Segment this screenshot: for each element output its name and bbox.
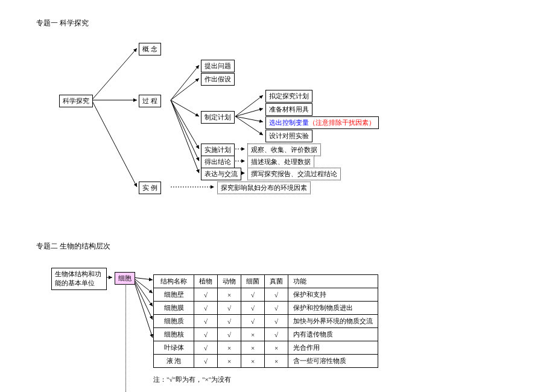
- svg-line-21: [133, 277, 153, 320]
- step-question: 提出问题: [201, 60, 235, 72]
- th-plant: 植物: [194, 275, 218, 288]
- structure-unit-box: 生物体结构和功能的基本单位: [51, 268, 107, 290]
- table-row: 细胞膜√√√√保护和控制物质进出: [154, 302, 378, 315]
- table-row: 细胞质√√√√加快与外界环境的物质交流: [154, 315, 378, 328]
- svg-line-6: [171, 100, 199, 149]
- topic-1-title: 专题一 科学探究: [36, 18, 89, 28]
- svg-line-19: [133, 277, 153, 293]
- th-name: 结构名称: [154, 275, 194, 288]
- table-row: 细胞壁√×√√保护和支持: [154, 288, 378, 302]
- svg-line-11: [235, 116, 263, 122]
- svg-line-10: [235, 109, 263, 116]
- plan-variables-main: 选出控制变量: [269, 119, 309, 126]
- branch-example: 实 例: [139, 182, 161, 194]
- th-fungi: 真菌: [265, 275, 288, 288]
- root-node: 科学探究: [59, 95, 93, 107]
- conclude-detail: 描述现象、处理数据: [247, 156, 314, 168]
- plan-variables-note: （注意排除干扰因素）: [309, 119, 375, 126]
- step-conclude: 得出结论: [201, 156, 235, 168]
- plan-materials: 准备材料用具: [265, 103, 312, 116]
- branch-process: 过 程: [139, 95, 161, 107]
- step-hypothesis: 作出假设: [201, 73, 235, 86]
- topic-2-title: 专题二 生物的结构层次: [36, 241, 110, 251]
- svg-line-7: [171, 100, 199, 161]
- svg-line-4: [171, 78, 199, 100]
- svg-line-22: [133, 277, 153, 338]
- th-bacteria: 细菌: [241, 275, 265, 288]
- example-detail: 探究影响鼠妇分布的环境因素: [217, 182, 311, 194]
- svg-line-2: [92, 100, 137, 187]
- step-plan: 制定计划: [201, 111, 235, 124]
- branch-concept: 概 念: [139, 43, 161, 55]
- table-row: 叶绿体√×××光合作用: [154, 341, 378, 355]
- th-animal: 动物: [218, 275, 241, 288]
- vertical-dotted-line: [125, 283, 126, 392]
- cell-structure-table: 结构名称 植物 动物 细菌 真菌 功能 细胞壁√×√√保护和支持 细胞膜√√√√…: [153, 274, 378, 368]
- svg-line-18: [133, 277, 153, 280]
- step-execute: 实施计划: [201, 144, 235, 156]
- svg-line-0: [92, 48, 137, 100]
- step-communicate: 表达与交流: [201, 168, 241, 180]
- cell-box: 细胞: [115, 272, 135, 285]
- table-row: 液 泡√×××含一些可溶性物质: [154, 355, 378, 368]
- communicate-detail: 撰写探究报告、交流过程结论: [247, 168, 341, 180]
- th-function: 功能: [288, 275, 378, 288]
- plan-control: 设计对照实验: [265, 130, 312, 142]
- svg-line-3: [171, 65, 199, 100]
- table-row: 细胞核√√×√内有遗传物质: [154, 328, 378, 341]
- plan-draft: 拟定探究计划: [265, 90, 312, 103]
- table-footnote: 注："√"即为有，"×"为没有: [153, 375, 231, 384]
- svg-line-5: [171, 100, 199, 116]
- table-header-row: 结构名称 植物 动物 细菌 真菌 功能: [154, 275, 378, 288]
- svg-line-8: [171, 100, 199, 173]
- svg-line-12: [235, 116, 263, 135]
- plan-variables: 选出控制变量（注意排除干扰因素）: [265, 116, 379, 129]
- exec-detail: 观察、收集、评价数据: [247, 144, 321, 156]
- svg-line-9: [235, 95, 263, 116]
- svg-line-20: [133, 277, 153, 306]
